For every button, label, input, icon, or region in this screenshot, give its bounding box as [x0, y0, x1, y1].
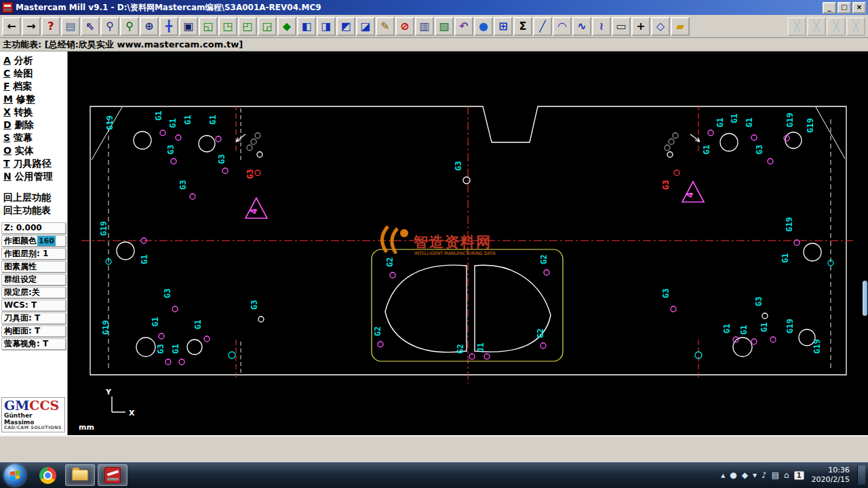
sidebar-item-solids[interactable]: O 实体	[0, 144, 67, 157]
sidebar-item-toolpaths[interactable]: T 刀具路径	[0, 157, 67, 170]
line-icon[interactable]: ╱	[533, 17, 552, 36]
plus-icon[interactable]: +	[631, 17, 650, 36]
sidebar-tplane[interactable]: 刀具面: T	[1, 312, 66, 324]
cad-label: G19	[806, 118, 815, 133]
delete-icon[interactable]: ⊘	[395, 17, 414, 36]
cad-circle	[160, 130, 165, 136]
cad-circle	[251, 139, 256, 144]
sigma-icon[interactable]: Σ	[513, 17, 532, 36]
cad-circle	[463, 177, 470, 184]
taskbar-app-explorer[interactable]	[65, 464, 95, 486]
spline-icon[interactable]: ≀	[592, 17, 611, 36]
axis-x-label: X	[129, 409, 135, 418]
clock-date: 2020/2/15	[812, 475, 850, 485]
sidebar-cplane[interactable]: 构图面: T	[1, 325, 66, 337]
sidebar-item-backup[interactable]: 回上层功能	[0, 191, 67, 204]
sidebar-level[interactable]: 作图层别: 1	[1, 248, 66, 260]
rectangle-icon[interactable]: ▭	[612, 17, 631, 36]
pencil-icon[interactable]: ✎	[376, 17, 395, 36]
paste-screen-icon[interactable]: ▨	[435, 17, 454, 36]
cad-circle	[176, 135, 181, 140]
screen-plus-icon[interactable]: ⊞	[494, 17, 513, 36]
cplane-side-icon[interactable]: ◩	[336, 17, 355, 36]
help-icon[interactable]: ?	[41, 17, 60, 36]
cad-label: G1	[715, 118, 725, 127]
sidebar-item-analyze[interactable]: A 分析	[0, 54, 67, 67]
forward-arrow-icon[interactable]: →	[22, 17, 41, 36]
sidebar-item-xform[interactable]: X 转换	[0, 106, 67, 119]
back-arrow-icon[interactable]: ←	[2, 17, 21, 36]
cplane-iso-icon[interactable]: ◪	[356, 17, 375, 36]
sidebar-item-nc-utils[interactable]: N 公用管理	[0, 170, 67, 183]
gview-front-icon[interactable]: ◰	[238, 17, 257, 36]
gview-iso-icon[interactable]: ◆	[277, 17, 296, 36]
pocket-boundary	[372, 249, 563, 361]
cad-label: G3	[217, 155, 226, 164]
sidebar-attributes[interactable]: 图素属性	[1, 261, 66, 272]
show-desktop-button[interactable]	[857, 466, 865, 485]
ime-badge[interactable]: 1	[794, 471, 804, 480]
volume-icon[interactable]: ♪	[762, 470, 767, 480]
sidebar-color[interactable]: 作图颜色160	[1, 235, 66, 247]
cad-label: G1	[154, 111, 163, 121]
gview-top-icon[interactable]: ◳	[218, 17, 237, 36]
vertical-scrollbar[interactable]	[863, 281, 867, 316]
globe-icon[interactable]: ●	[474, 17, 493, 36]
zoom-scale-icon[interactable]: ⊕	[140, 17, 159, 36]
sidebar-groups[interactable]: 群组设定	[1, 274, 66, 285]
cad-circle	[768, 159, 773, 164]
trim-2-icon: ╳	[807, 17, 826, 36]
cad-circle	[484, 354, 490, 359]
drawing-canvas[interactable]: G19G1G1G1G1G3G3G3G34G3G1G1G1G1G3G19G19G3…	[68, 52, 868, 435]
datum-triangle-left	[245, 198, 267, 218]
gview-side-icon[interactable]: ◲	[258, 17, 277, 36]
zoom-window-icon[interactable]: ⚲	[100, 17, 119, 36]
cad-circle	[671, 306, 676, 312]
sidebar-wcs[interactable]: WCS: T	[1, 300, 66, 311]
chamfer-icon[interactable]: ◇	[651, 17, 670, 36]
curve-icon[interactable]: ∿	[572, 17, 591, 36]
copy-screen-icon[interactable]: ▥	[415, 17, 434, 36]
cad-label: G1	[730, 114, 739, 123]
maximize-button[interactable]: □	[837, 2, 851, 14]
taskbar-app-mastercam[interactable]	[98, 464, 127, 486]
sidebar-item-screen[interactable]: S 萤幕	[0, 131, 67, 144]
sidebar-item-main-menu[interactable]: 回主功能表	[0, 204, 67, 217]
tray-app-2-icon[interactable]: ◆	[742, 470, 748, 480]
system-tray: ▴●◆▾♪▤⌂ 1 10:36 2020/2/15	[721, 466, 868, 485]
safely-remove-icon[interactable]: ⌂	[784, 470, 789, 480]
hidden-icons-icon[interactable]: ▴	[721, 470, 725, 480]
sidebar-level-mask[interactable]: 限定层:关	[1, 287, 66, 298]
minimize-button[interactable]: _	[823, 2, 836, 14]
analyze-cursor-icon[interactable]: ⇖	[81, 17, 100, 36]
close-button[interactable]: ×	[852, 2, 866, 14]
cplane-top-icon[interactable]: ◧	[297, 17, 316, 36]
taskbar-clock[interactable]: 10:36 2020/2/15	[812, 466, 850, 485]
cplane-front-icon[interactable]: ◨	[317, 17, 336, 36]
tray-app-1-icon[interactable]: ●	[730, 470, 736, 480]
start-button[interactable]	[4, 464, 26, 486]
network-icon[interactable]: ▤	[772, 470, 779, 480]
zoom-in-icon[interactable]: ⚲	[120, 17, 139, 36]
sidebar-z-depth[interactable]: Z: 0.000	[1, 222, 66, 234]
sidebar-menu: A 分析C 绘图F 档案M 修整X 转换D 删除S 萤幕O 实体T 刀具路径N …	[0, 54, 67, 183]
repaint-icon[interactable]: ▣	[179, 17, 198, 36]
arc-icon[interactable]: ◠	[553, 17, 572, 36]
notepad-icon[interactable]: ▤	[61, 17, 80, 36]
sidebar-gview[interactable]: 萤幕视角: T	[1, 338, 66, 350]
toolbar: ←→?▤⇖⚲⚲⊕╋▣◱◳◰◲◆◧◨◩◪✎⊘▥▨↶●⊞Σ╱◠∿≀▭+◇▰╳╳╳╳	[0, 15, 868, 38]
cad-circle	[229, 352, 235, 359]
cad-label: G19	[785, 217, 794, 232]
cad-drawing[interactable]: G19G1G1G1G1G3G3G3G34G3G1G1G1G1G3G19G19G3…	[68, 52, 868, 435]
sidebar-item-file[interactable]: F 档案	[0, 80, 67, 93]
sidebar-item-create[interactable]: C 绘图	[0, 67, 67, 80]
pan-fit-icon[interactable]: ╋	[159, 17, 178, 36]
cad-label: G3	[166, 145, 176, 155]
input-indicator-icon[interactable]: ▾	[753, 470, 757, 480]
taskbar-app-browser[interactable]	[33, 464, 62, 486]
sidebar-item-modify[interactable]: M 修整	[0, 93, 67, 106]
undo-icon[interactable]: ↶	[454, 17, 473, 36]
folder-icon[interactable]: ▰	[671, 17, 690, 36]
fit-screen-icon[interactable]: ◱	[199, 17, 218, 36]
sidebar-item-delete[interactable]: D 删除	[0, 119, 67, 131]
